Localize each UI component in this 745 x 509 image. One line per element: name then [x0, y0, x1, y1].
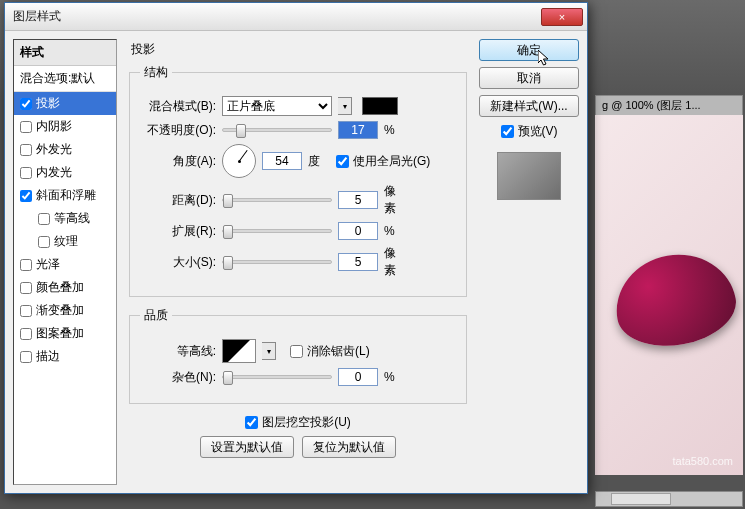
contour-label: 等高线: — [140, 343, 216, 360]
style-item-8[interactable]: 颜色叠加 — [14, 276, 116, 299]
distance-label: 距离(D): — [140, 192, 216, 209]
watermark: tata580.com — [672, 455, 733, 467]
style-label: 颜色叠加 — [36, 279, 84, 296]
ok-button[interactable]: 确定 — [479, 39, 579, 61]
style-item-6[interactable]: 纹理 — [14, 230, 116, 253]
style-item-1[interactable]: 内阴影 — [14, 115, 116, 138]
style-label: 描边 — [36, 348, 60, 365]
antialias-checkbox[interactable]: 消除锯齿(L) — [290, 343, 370, 360]
canvas-preview: tata580.com — [595, 115, 743, 475]
structure-legend: 结构 — [140, 64, 172, 81]
preview-swatch — [497, 152, 561, 200]
cancel-button[interactable]: 取消 — [479, 67, 579, 89]
style-checkbox[interactable] — [20, 98, 32, 110]
quality-group: 品质 等高线: ▾ 消除锯齿(L) 杂色(N): % — [129, 307, 467, 404]
blending-options[interactable]: 混合选项:默认 — [14, 66, 116, 92]
opacity-label: 不透明度(O): — [140, 122, 216, 139]
style-item-4[interactable]: 斜面和浮雕 — [14, 184, 116, 207]
style-label: 等高线 — [54, 210, 90, 227]
style-label: 斜面和浮雕 — [36, 187, 96, 204]
noise-label: 杂色(N): — [140, 369, 216, 386]
quality-legend: 品质 — [140, 307, 172, 324]
noise-input[interactable] — [338, 368, 378, 386]
style-item-3[interactable]: 内发光 — [14, 161, 116, 184]
size-label: 大小(S): — [140, 254, 216, 271]
style-item-11[interactable]: 描边 — [14, 345, 116, 368]
spread-unit: % — [384, 224, 406, 238]
style-label: 光泽 — [36, 256, 60, 273]
angle-input[interactable] — [262, 152, 302, 170]
knockout-checkbox[interactable]: 图层挖空投影(U) — [245, 414, 351, 431]
distance-slider[interactable] — [222, 198, 332, 202]
close-button[interactable]: × — [541, 8, 583, 26]
style-checkbox[interactable] — [20, 144, 32, 156]
styles-list: 样式 混合选项:默认 投影内阴影外发光内发光斜面和浮雕等高线纹理光泽颜色叠加渐变… — [13, 39, 117, 485]
style-item-5[interactable]: 等高线 — [14, 207, 116, 230]
shadow-color-swatch[interactable] — [362, 97, 398, 115]
style-checkbox[interactable] — [20, 167, 32, 179]
style-label: 投影 — [36, 95, 60, 112]
new-style-button[interactable]: 新建样式(W)... — [479, 95, 579, 117]
style-checkbox[interactable] — [20, 328, 32, 340]
spread-label: 扩展(R): — [140, 223, 216, 240]
style-label: 渐变叠加 — [36, 302, 84, 319]
style-checkbox[interactable] — [20, 121, 32, 133]
layer-style-dialog: 图层样式 × 样式 混合选项:默认 投影内阴影外发光内发光斜面和浮雕等高线纹理光… — [4, 2, 588, 494]
spread-slider[interactable] — [222, 229, 332, 233]
style-item-0[interactable]: 投影 — [14, 92, 116, 115]
style-checkbox[interactable] — [38, 236, 50, 248]
opacity-slider[interactable] — [222, 128, 332, 132]
opacity-unit: % — [384, 123, 406, 137]
style-item-7[interactable]: 光泽 — [14, 253, 116, 276]
spread-input[interactable] — [338, 222, 378, 240]
opacity-input[interactable] — [338, 121, 378, 139]
horizontal-scrollbar[interactable] — [595, 491, 743, 507]
angle-label: 角度(A): — [140, 153, 216, 170]
contour-picker[interactable] — [222, 339, 256, 363]
style-item-9[interactable]: 渐变叠加 — [14, 299, 116, 322]
dialog-title: 图层样式 — [13, 8, 541, 25]
preview-checkbox[interactable]: 预览(V) — [479, 123, 579, 140]
style-label: 内发光 — [36, 164, 72, 181]
style-checkbox[interactable] — [20, 190, 32, 202]
titlebar[interactable]: 图层样式 × — [5, 3, 587, 31]
styles-header: 样式 — [14, 40, 116, 66]
blend-mode-select[interactable]: 正片叠底 — [222, 96, 332, 116]
style-label: 外发光 — [36, 141, 72, 158]
contour-dropdown-icon[interactable]: ▾ — [262, 342, 276, 360]
reset-default-button[interactable]: 复位为默认值 — [302, 436, 396, 458]
set-default-button[interactable]: 设置为默认值 — [200, 436, 294, 458]
blend-mode-label: 混合模式(B): — [140, 98, 216, 115]
style-item-10[interactable]: 图案叠加 — [14, 322, 116, 345]
section-title: 投影 — [131, 41, 467, 58]
style-label: 内阴影 — [36, 118, 72, 135]
noise-unit: % — [384, 370, 406, 384]
style-checkbox[interactable] — [20, 351, 32, 363]
style-checkbox[interactable] — [20, 282, 32, 294]
angle-unit: 度 — [308, 153, 330, 170]
style-item-2[interactable]: 外发光 — [14, 138, 116, 161]
noise-slider[interactable] — [222, 375, 332, 379]
style-checkbox[interactable] — [20, 305, 32, 317]
document-tab[interactable]: g @ 100% (图层 1... — [595, 95, 743, 116]
style-checkbox[interactable] — [20, 259, 32, 271]
color-dropdown-icon[interactable]: ▾ — [338, 97, 352, 115]
distance-unit: 像素 — [384, 183, 406, 217]
size-slider[interactable] — [222, 260, 332, 264]
style-label: 图案叠加 — [36, 325, 84, 342]
distance-input[interactable] — [338, 191, 378, 209]
style-label: 纹理 — [54, 233, 78, 250]
global-light-checkbox[interactable]: 使用全局光(G) — [336, 153, 430, 170]
style-checkbox[interactable] — [38, 213, 50, 225]
size-unit: 像素 — [384, 245, 406, 279]
angle-dial[interactable] — [222, 144, 256, 178]
structure-group: 结构 混合模式(B): 正片叠底 ▾ 不透明度(O): % 角度(A) — [129, 64, 467, 297]
size-input[interactable] — [338, 253, 378, 271]
